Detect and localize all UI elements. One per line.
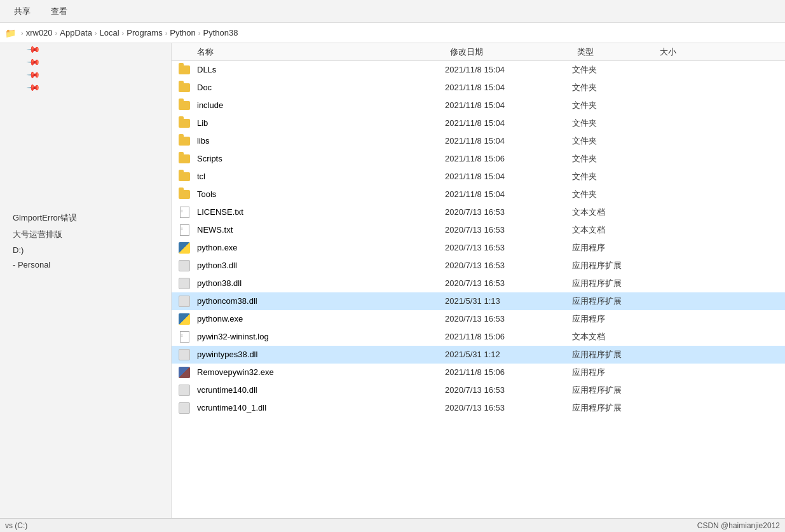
file-type: 文件夹: [572, 100, 655, 111]
table-row[interactable]: pythoncom38.dll2021/5/31 1:13应用程序扩展: [172, 292, 785, 310]
col-size-header[interactable]: 大小: [655, 46, 785, 58]
file-date: 2020/7/13 16:53: [445, 243, 572, 252]
file-icon: [172, 119, 197, 128]
table-row[interactable]: ≡pywin32-wininst.log2021/11/8 15:06文本文档: [172, 328, 785, 346]
breadcrumb-sep-0: ›: [21, 29, 24, 37]
toolbar-view[interactable]: 查看: [47, 3, 71, 20]
table-row[interactable]: Removepywin32.exe2021/11/8 15:06应用程序: [172, 364, 785, 381]
file-name: Doc: [197, 83, 445, 92]
file-name: NEWS.txt: [197, 225, 445, 235]
breadcrumb-programs[interactable]: Programs: [126, 28, 162, 38]
table-row[interactable]: pythonw.exe2020/7/13 16:53应用程序: [172, 310, 785, 328]
file-date: 2021/5/31 1:12: [445, 350, 572, 359]
file-icon: [172, 172, 197, 181]
breadcrumb-local[interactable]: Local: [100, 28, 119, 38]
sidebar: 📌 📌 📌 📌 GlmportError错误 大号运营排版 D:) - Pers…: [0, 43, 172, 532]
file-name: include: [197, 100, 445, 110]
breadcrumb-sep-5: ›: [198, 29, 201, 37]
column-header: ∧ 名称 修改日期 类型 大小: [172, 43, 785, 61]
file-name: DLLs: [197, 65, 445, 74]
table-row[interactable]: Lib2021/11/8 15:04文件夹: [172, 114, 785, 132]
sidebar-item-2[interactable]: D:): [10, 244, 171, 256]
col-type-header[interactable]: 类型: [572, 46, 655, 58]
file-icon: [172, 385, 197, 396]
file-name: Lib: [197, 118, 445, 128]
table-row[interactable]: vcruntime140.dll2020/7/13 16:53应用程序扩展: [172, 381, 785, 399]
status-right: CSDN @haimianjie2012: [697, 521, 780, 530]
file-type: 文件夹: [572, 82, 655, 93]
table-row[interactable]: Doc2021/11/8 15:04文件夹: [172, 79, 785, 97]
file-date: 2020/7/13 16:53: [445, 278, 572, 288]
file-name: tcl: [197, 172, 445, 181]
table-row[interactable]: pywintypes38.dll2021/5/31 1:12应用程序扩展: [172, 346, 785, 364]
file-type: 文本文档: [572, 207, 655, 218]
file-type: 文本文档: [572, 224, 655, 236]
file-type: 文件夹: [572, 135, 655, 147]
sidebar-item-0[interactable]: GlmportError错误: [10, 211, 171, 225]
breadcrumb-python38[interactable]: Python38: [203, 28, 238, 38]
breadcrumb-appdata[interactable]: AppData: [60, 28, 92, 38]
file-type: 文件夹: [572, 189, 655, 200]
file-date: 2021/11/8 15:04: [445, 136, 572, 146]
sidebar-item-3[interactable]: - Personal: [10, 259, 171, 271]
file-type: 文件夹: [572, 153, 655, 165]
toolbar-share[interactable]: 共享: [10, 3, 34, 20]
file-type: 文件夹: [572, 171, 655, 182]
file-name: pythonw.exe: [197, 314, 445, 324]
file-icon: [172, 101, 197, 110]
breadcrumb-xrw020[interactable]: xrw020: [26, 28, 53, 38]
sidebar-pins: 📌 📌 📌 📌: [0, 48, 171, 147]
breadcrumb-sep-3: ›: [122, 29, 125, 37]
file-icon: [172, 83, 197, 92]
col-name-header[interactable]: ∧ 名称: [172, 46, 445, 58]
breadcrumb-sep-1: ›: [55, 29, 58, 37]
file-name: Removepywin32.exe: [197, 367, 445, 377]
table-row[interactable]: DLLs2021/11/8 15:04文件夹: [172, 61, 785, 79]
file-date: 2020/7/13 16:53: [445, 403, 572, 413]
file-date: 2021/11/8 15:04: [445, 100, 572, 110]
sidebar-items: GlmportError错误 大号运营排版 D:) - Personal: [0, 147, 171, 271]
file-type: 应用程序扩展: [572, 296, 655, 307]
file-icon: [172, 137, 197, 146]
file-date: 2021/11/8 15:04: [445, 83, 572, 92]
file-date: 2021/11/8 15:04: [445, 172, 572, 181]
breadcrumb-folder-icon: 📁: [5, 28, 16, 38]
table-row[interactable]: libs2021/11/8 15:04文件夹: [172, 132, 785, 150]
file-icon: [172, 260, 197, 271]
file-date: 2021/5/31 1:13: [445, 296, 572, 306]
file-date: 2020/7/13 16:53: [445, 261, 572, 270]
table-row[interactable]: ≡LICENSE.txt2020/7/13 16:53文本文档: [172, 203, 785, 221]
file-name: vcruntime140.dll: [197, 385, 445, 395]
table-row[interactable]: Tools2021/11/8 15:04文件夹: [172, 186, 785, 203]
file-area: ∧ 名称 修改日期 类型 大小 DLLs2021/11/8 15:04文件夹Do…: [172, 43, 785, 532]
table-row[interactable]: python3.dll2020/7/13 16:53应用程序扩展: [172, 257, 785, 275]
file-name: vcruntime140_1.dll: [197, 403, 445, 413]
file-name: pywin32-wininst.log: [197, 332, 445, 341]
file-date: 2021/11/8 15:06: [445, 332, 572, 341]
file-type: 应用程序: [572, 242, 655, 254]
breadcrumb-sep-2: ›: [95, 29, 97, 37]
sidebar-item-1[interactable]: 大号运营排版: [10, 228, 171, 242]
table-row[interactable]: ≡NEWS.txt2020/7/13 16:53文本文档: [172, 221, 785, 239]
status-bar: vs (C:) CSDN @haimianjie2012: [0, 518, 785, 532]
file-date: 2021/11/8 15:04: [445, 118, 572, 128]
table-row[interactable]: include2021/11/8 15:04文件夹: [172, 97, 785, 114]
file-type: 文本文档: [572, 331, 655, 343]
table-row[interactable]: python.exe2020/7/13 16:53应用程序: [172, 239, 785, 257]
breadcrumb-python[interactable]: Python: [170, 28, 195, 38]
table-row[interactable]: Scripts2021/11/8 15:06文件夹: [172, 150, 785, 168]
file-type: 文件夹: [572, 64, 655, 76]
file-name: LICENSE.txt: [197, 207, 445, 217]
breadcrumb: 📁 › xrw020 › AppData › Local › Programs …: [0, 23, 785, 43]
file-icon: [172, 367, 197, 378]
file-date: 2020/7/13 16:53: [445, 385, 572, 395]
file-name: Tools: [197, 189, 445, 199]
file-type: 文件夹: [572, 118, 655, 129]
toolbar: 共享 查看: [0, 0, 785, 23]
table-row[interactable]: vcruntime140_1.dll2020/7/13 16:53应用程序扩展: [172, 399, 785, 417]
col-date-header[interactable]: 修改日期: [445, 46, 572, 58]
file-type: 应用程序扩展: [572, 278, 655, 289]
file-icon: [172, 313, 197, 325]
table-row[interactable]: tcl2021/11/8 15:04文件夹: [172, 168, 785, 186]
table-row[interactable]: python38.dll2020/7/13 16:53应用程序扩展: [172, 275, 785, 292]
